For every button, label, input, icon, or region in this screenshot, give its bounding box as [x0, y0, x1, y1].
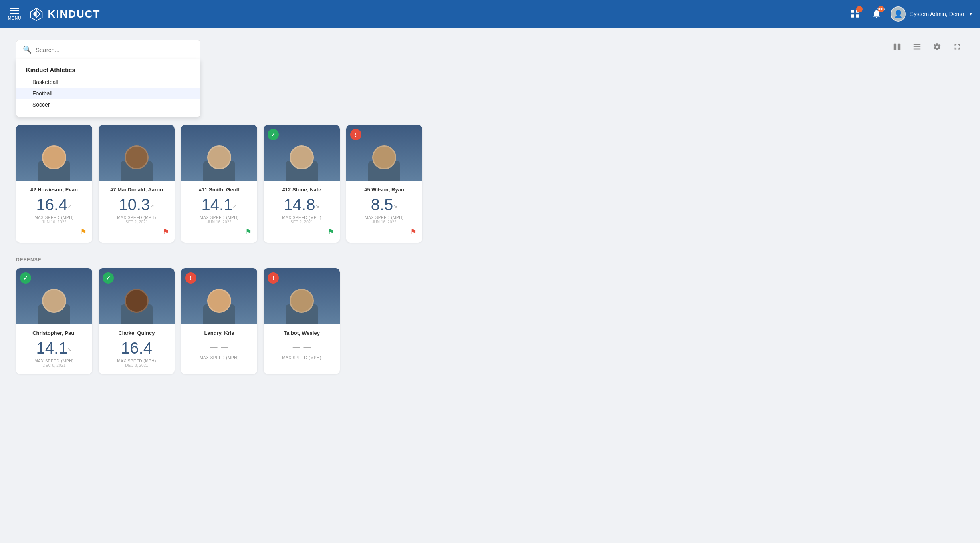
player-card[interactable]: #11 Smith, Geoff 14.1↗ MAX SPEED (MPH) J…	[181, 125, 257, 243]
card-photo	[181, 125, 257, 181]
defense-cards-row: ✓ Christopher, Paul 14.1↘ MAX SPEED (MPH…	[16, 268, 964, 374]
card-photo	[99, 125, 175, 181]
svg-rect-4	[851, 10, 855, 13]
stat-label: MAX SPEED (MPH)	[104, 359, 169, 363]
player-card[interactable]: ✓ #12 Stone, Nate 14.8↘ MAX SPEED (MPH) …	[264, 125, 340, 243]
stat-date: SEP 2, 2021	[269, 220, 334, 224]
player-name: #7 MacDonald, Aaron	[104, 187, 169, 193]
apps-badge	[856, 6, 863, 12]
stat-label: MAX SPEED (MPH)	[104, 215, 169, 220]
svg-rect-10	[914, 44, 921, 45]
card-body: Talbot, Wesley – – MAX SPEED (MPH)	[264, 324, 340, 366]
player-card[interactable]: ! Landry, Kris – – MAX SPEED (MPH)	[181, 268, 257, 374]
stat-date: DEC 8, 2021	[104, 363, 169, 368]
svg-rect-8	[894, 44, 896, 50]
header-left: MENU KINDUCT	[8, 7, 100, 21]
card-body: #11 Smith, Geoff 14.1↗ MAX SPEED (MPH) J…	[181, 181, 257, 243]
player-name: Landry, Kris	[187, 330, 252, 336]
dropdown-org[interactable]: Kinduct Athletics	[16, 63, 200, 76]
flag-icon: ⚑	[187, 227, 252, 236]
menu-button[interactable]: MENU	[8, 8, 21, 20]
flag-icon: ⚑	[352, 227, 417, 236]
svg-rect-11	[914, 46, 921, 47]
stat-date: DEC 8, 2021	[22, 363, 87, 368]
header-right: 3887 👤 System Admin, Demo ▾	[847, 6, 972, 22]
search-input[interactable]	[36, 46, 194, 53]
player-name: #2 Howieson, Evan	[22, 187, 87, 193]
search-dropdown: Kinduct Athletics Basketball Football So…	[16, 59, 200, 117]
columns-icon	[893, 42, 901, 51]
stat-label: MAX SPEED (MPH)	[22, 359, 87, 363]
card-body: #2 Howieson, Evan 16.4↗ MAX SPEED (MPH) …	[16, 181, 92, 243]
player-name: Christopher, Paul	[22, 330, 87, 336]
fullscreen-icon	[953, 42, 962, 51]
settings-button[interactable]	[930, 40, 944, 55]
gear-icon	[933, 42, 942, 51]
logo-icon	[29, 7, 44, 21]
stat-label: MAX SPEED (MPH)	[187, 356, 252, 360]
defense-label: DEFENSE	[16, 257, 964, 263]
card-photo	[16, 125, 92, 181]
toolbar-icons	[890, 40, 964, 55]
notifications-button[interactable]: 3887	[869, 6, 884, 22]
status-badge: !	[268, 272, 279, 284]
stat-wrapper: 14.8↘	[269, 196, 334, 214]
stat-wrapper: 14.1↗	[187, 196, 252, 214]
columns-view-button[interactable]	[890, 40, 904, 55]
status-badge: !	[185, 272, 196, 284]
player-card[interactable]: ✓ Christopher, Paul 14.1↘ MAX SPEED (MPH…	[16, 268, 92, 374]
stat-wrapper: 16.4↗	[22, 196, 87, 214]
stat-wrapper: 14.1↘	[22, 339, 87, 357]
notifications-badge: 3887	[878, 6, 884, 12]
avatar-placeholder: 👤	[891, 7, 905, 21]
defense-section: DEFENSE ✓ Christopher, Paul 14.1↘ MAX SP…	[16, 257, 964, 374]
stat-label: MAX SPEED (MPH)	[22, 215, 87, 220]
list-icon	[913, 42, 922, 51]
list-view-button[interactable]	[910, 40, 924, 55]
card-body: #7 MacDonald, Aaron 10.3↗ MAX SPEED (MPH…	[99, 181, 175, 243]
status-badge: ✓	[268, 129, 279, 140]
player-name: #11 Smith, Geoff	[187, 187, 252, 193]
stat-wrapper: 10.3↗	[104, 196, 169, 214]
flag-icon: ⚑	[269, 227, 334, 236]
offense-section: #2 Howieson, Evan 16.4↗ MAX SPEED (MPH) …	[16, 125, 964, 243]
card-body: #5 Wilson, Ryan 8.5↘ MAX SPEED (MPH) JUN…	[346, 181, 422, 243]
stat-label: MAX SPEED (MPH)	[352, 215, 417, 220]
search-container: 🔍 Kinduct Athletics Basketball Football …	[16, 40, 200, 117]
card-body: Christopher, Paul 14.1↘ MAX SPEED (MPH) …	[16, 324, 92, 374]
logo: KINDUCT	[29, 7, 100, 21]
dropdown-item-football[interactable]: Football	[16, 88, 200, 99]
stat-wrapper: – –	[269, 339, 334, 354]
svg-rect-7	[856, 14, 859, 18]
dropdown-item-soccer[interactable]: Soccer	[16, 99, 200, 110]
stat-date: SEP 2, 2021	[104, 220, 169, 224]
status-badge: ✓	[103, 272, 114, 284]
dropdown-item-basketball[interactable]: Basketball	[16, 76, 200, 88]
fullscreen-button[interactable]	[950, 40, 964, 55]
stat-label: MAX SPEED (MPH)	[269, 356, 334, 360]
apps-button[interactable]	[847, 6, 863, 22]
card-body: Clarke, Quincy 16.4 MAX SPEED (MPH) DEC …	[99, 324, 175, 374]
flag-icon: ⚑	[22, 227, 87, 236]
stat-label: MAX SPEED (MPH)	[187, 215, 252, 220]
app-header: MENU KINDUCT 3887 👤 System Admin, Demo	[0, 0, 980, 28]
player-card[interactable]: ! Talbot, Wesley – – MAX SPEED (MPH)	[264, 268, 340, 374]
user-menu[interactable]: 👤 System Admin, Demo ▾	[891, 6, 972, 22]
card-body: #12 Stone, Nate 14.8↘ MAX SPEED (MPH) SE…	[264, 181, 340, 243]
svg-rect-12	[914, 49, 921, 50]
player-card[interactable]: ! #5 Wilson, Ryan 8.5↘ MAX SPEED (MPH) J…	[346, 125, 422, 243]
player-name: #12 Stone, Nate	[269, 187, 334, 193]
svg-marker-1	[33, 10, 36, 18]
player-card[interactable]: ✓ Clarke, Quincy 16.4 MAX SPEED (MPH) DE…	[99, 268, 175, 374]
main-content: 🔍 Kinduct Athletics Basketball Football …	[0, 28, 980, 386]
player-name: Talbot, Wesley	[269, 330, 334, 336]
search-icon: 🔍	[23, 45, 32, 54]
player-card[interactable]: #7 MacDonald, Aaron 10.3↗ MAX SPEED (MPH…	[99, 125, 175, 243]
flag-icon: ⚑	[104, 227, 169, 236]
player-card[interactable]: #2 Howieson, Evan 16.4↗ MAX SPEED (MPH) …	[16, 125, 92, 243]
stat-date: JUN 16, 2022	[187, 220, 252, 224]
player-name: Clarke, Quincy	[104, 330, 169, 336]
logo-text: KINDUCT	[48, 8, 100, 20]
stat-date: JUN 16, 2022	[352, 220, 417, 224]
user-avatar: 👤	[891, 6, 906, 22]
